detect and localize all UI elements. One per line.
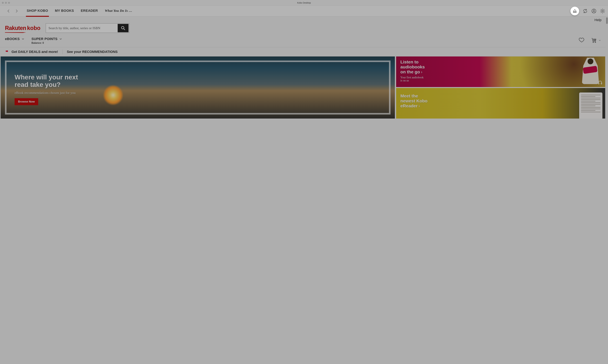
promo-recommendations[interactable]: See your RECOMMENDATIONS: [67, 50, 118, 54]
brand-kobo: kobo: [27, 25, 40, 31]
nav-ebooks-label: eBOOKS: [5, 37, 20, 41]
page-content: Help Rakuten kobo eBOOKS: [0, 16, 608, 364]
nav-ebooks[interactable]: eBOOKS: [5, 37, 24, 41]
chevron-down-icon: [599, 39, 601, 41]
hero-subtitle: eBook recommendations chosen just for yo…: [14, 91, 385, 95]
search-button[interactable]: [118, 24, 129, 32]
app-toolbar: SHOP KOBO MY BOOKS EREADER What You Do I…: [0, 6, 608, 16]
eject-icon: [572, 9, 577, 13]
brand-rakuten: Rakuten: [5, 25, 26, 31]
help-link[interactable]: Help: [595, 18, 601, 22]
svg-point-3: [602, 10, 603, 12]
scrollbar[interactable]: [606, 16, 608, 364]
heart-icon: [579, 37, 585, 43]
search-bar: [46, 23, 130, 33]
nav-super-points-label: SUPER POINTS: [31, 37, 57, 41]
svg-point-13: [595, 42, 596, 42]
main-tabs: SHOP KOBO MY BOOKS EREADER What You Do I…: [27, 9, 132, 13]
svg-rect-15: [601, 83, 602, 84]
svg-line-5: [124, 29, 125, 30]
tab-shop-kobo[interactable]: SHOP KOBO: [27, 9, 48, 13]
gear-icon: [600, 8, 605, 14]
tab-my-books[interactable]: MY BOOKS: [55, 9, 74, 13]
brand-logo[interactable]: Rakuten kobo: [5, 25, 40, 31]
window-titlebar: Kobo Desktop: [0, 0, 608, 6]
sync-icon: [583, 9, 588, 13]
promo-daily-deals[interactable]: Get DAILY DEALS and more!: [12, 50, 58, 54]
window-title: Kobo Desktop: [0, 1, 608, 4]
ereader-device-graphic: [579, 92, 602, 118]
profile-button[interactable]: [591, 8, 596, 14]
search-input[interactable]: [46, 26, 118, 30]
svg-point-2: [593, 10, 595, 11]
back-button[interactable]: [6, 8, 11, 14]
settings-button[interactable]: [600, 8, 605, 14]
headphones-icon: [598, 80, 602, 85]
chevron-left-icon: [7, 9, 10, 13]
tab-ereader[interactable]: EREADER: [81, 9, 98, 13]
chevron-down-icon: [59, 38, 62, 40]
divider: [62, 50, 63, 54]
flag-icon: [5, 50, 9, 54]
nav-super-points[interactable]: SUPER POINTS Balance: 0: [31, 37, 62, 44]
cart-button[interactable]: [591, 37, 601, 43]
tab-current-book[interactable]: What You Do Is …: [105, 9, 132, 13]
scrollbar-thumb[interactable]: [606, 17, 608, 24]
forward-button[interactable]: [14, 8, 19, 14]
svg-point-12: [593, 42, 594, 42]
chevron-right-icon: [15, 9, 18, 13]
search-icon: [121, 26, 125, 30]
hero-banner[interactable]: Where will your next read take you? eBoo…: [1, 56, 395, 118]
cart-icon: [591, 37, 597, 43]
hero-title: Where will your next read take you?: [14, 74, 385, 89]
audiobooks-tile-title: Listen to audiobooks on the go› Your fir…: [400, 60, 425, 82]
profile-icon: [591, 9, 596, 13]
svg-rect-14: [598, 83, 599, 84]
audiobooks-tile[interactable]: Listen to audiobooks on the go› Your fir…: [396, 56, 605, 87]
wishlist-button[interactable]: [579, 37, 585, 44]
svg-rect-0: [573, 12, 576, 13]
sync-button[interactable]: [582, 8, 588, 14]
ereader-tile-title: Meet the newest Kobo eReader›: [400, 93, 427, 109]
browse-now-button[interactable]: Browse Now: [14, 98, 38, 105]
chevron-down-icon: [22, 38, 24, 40]
promo-bar: Get DAILY DEALS and more! See your RECOM…: [0, 47, 606, 56]
ereader-tile[interactable]: Meet the newest Kobo eReader›: [396, 88, 605, 118]
eject-button[interactable]: [570, 7, 579, 15]
super-points-balance: Balance: 0: [31, 42, 62, 44]
